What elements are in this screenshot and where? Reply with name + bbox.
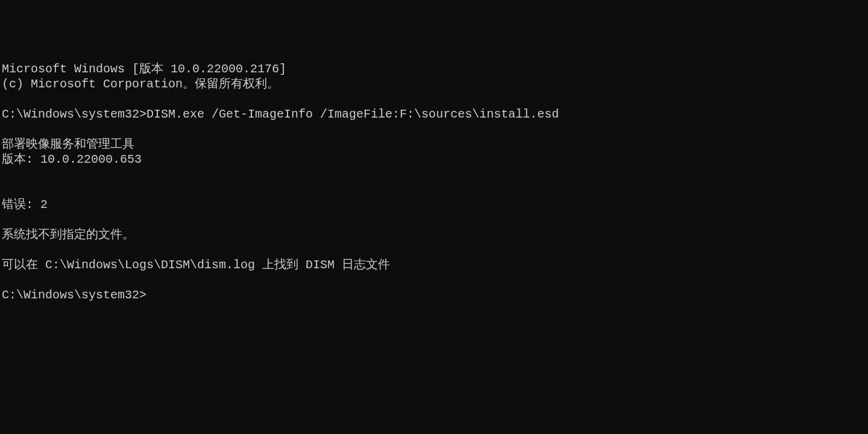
command-line-1: C:\Windows\system32>DISM.exe /Get-ImageI… [2,107,868,122]
blank-line [2,272,868,288]
tool-name-line: 部署映像服务和管理工具 [2,137,868,152]
tool-version-line: 版本: 10.0.22000.653 [2,152,868,167]
prompt: C:\Windows\system32> [2,107,146,121]
command-prompt-current[interactable]: C:\Windows\system32> [2,288,868,303]
error-message-line: 系统找不到指定的文件。 [2,227,868,242]
windows-version-line: Microsoft Windows [版本 10.0.22000.2176] [2,61,868,77]
blank-line [2,122,868,137]
terminal-output[interactable]: Microsoft Windows [版本 10.0.22000.2176](c… [2,61,868,303]
copyright-line: (c) Microsoft Corporation。保留所有权利。 [2,77,868,92]
blank-line [2,167,868,182]
blank-line [2,212,868,227]
blank-line [2,92,868,107]
error-code-line: 错误: 2 [2,197,868,212]
blank-line [2,182,868,197]
blank-line [2,242,868,257]
log-location-line: 可以在 C:\Windows\Logs\DISM\dism.log 上找到 DI… [2,257,868,272]
command-text: DISM.exe /Get-ImageInfo /ImageFile:F:\so… [146,107,559,121]
